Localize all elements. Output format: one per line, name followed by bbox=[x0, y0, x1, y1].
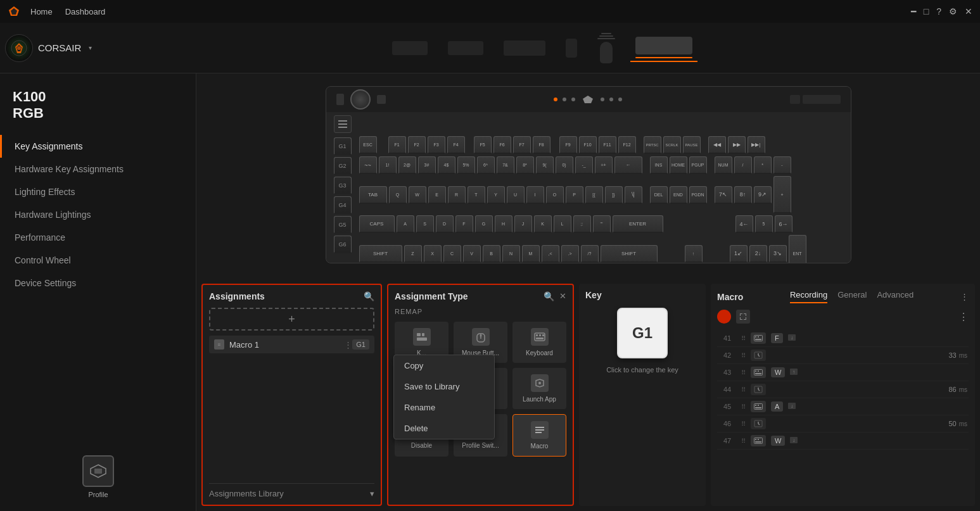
key-1[interactable]: 1! bbox=[379, 156, 397, 174]
g-key-2[interactable]: G2 bbox=[334, 157, 352, 175]
key-num6[interactable]: 6→ bbox=[775, 215, 792, 233]
device-tab-2[interactable] bbox=[443, 39, 488, 58]
key-2[interactable]: 2@ bbox=[398, 156, 416, 174]
key-7[interactable]: 7& bbox=[497, 156, 514, 174]
key-minus[interactable]: -_ bbox=[575, 156, 593, 174]
key-change-label[interactable]: Click to change the key bbox=[606, 366, 678, 374]
event-drag-44[interactable]: ⠿ bbox=[741, 386, 746, 393]
record-button[interactable] bbox=[717, 310, 731, 324]
key-num8[interactable]: 8↑ bbox=[734, 186, 752, 204]
event-drag-47[interactable]: ⠿ bbox=[741, 438, 746, 445]
key-w[interactable]: W bbox=[409, 186, 426, 204]
key-period[interactable]: .> bbox=[561, 245, 579, 263]
sidebar-item-device-settings[interactable]: Device Settings bbox=[0, 272, 196, 294]
help-icon[interactable]: ? bbox=[936, 6, 941, 16]
key-c[interactable]: C bbox=[443, 245, 461, 263]
key-backspace[interactable]: ← bbox=[614, 156, 642, 174]
key-f9[interactable]: F9 bbox=[559, 136, 577, 154]
macro-tab-more[interactable]: ⋮ bbox=[960, 292, 969, 301]
macro-more-icon[interactable]: ⋮ bbox=[958, 311, 969, 323]
maximize-button[interactable]: □ bbox=[924, 6, 929, 16]
key-lshift[interactable]: SHIFT bbox=[359, 245, 402, 263]
key-num3[interactable]: 3↘ bbox=[769, 245, 787, 263]
key-n[interactable]: N bbox=[502, 245, 520, 263]
key-a[interactable]: A bbox=[397, 215, 414, 233]
key-equals[interactable]: =+ bbox=[595, 156, 613, 174]
g-key-4[interactable]: G4 bbox=[334, 196, 352, 214]
g-key-5[interactable]: G5 bbox=[334, 216, 352, 234]
key-rshift[interactable]: SHIFT bbox=[601, 245, 658, 263]
key-nav3[interactable]: ▶▶| bbox=[748, 136, 765, 154]
key-r[interactable]: R bbox=[448, 186, 466, 204]
key-numdiv[interactable]: / bbox=[734, 156, 752, 174]
g-key-3[interactable]: G3 bbox=[334, 177, 352, 194]
key-5[interactable]: 5% bbox=[457, 156, 475, 174]
key-f7[interactable]: F7 bbox=[513, 136, 531, 154]
sidebar-item-control-wheel[interactable]: Control Wheel bbox=[0, 249, 196, 272]
device-tab-6-keyboard[interactable] bbox=[630, 34, 697, 62]
key-f3[interactable]: F3 bbox=[428, 136, 445, 154]
key-pgup[interactable]: PGUP bbox=[689, 156, 707, 174]
key-0[interactable]: 0) bbox=[556, 156, 573, 174]
key-tab[interactable]: TAB bbox=[359, 186, 387, 204]
key-nummul[interactable]: * bbox=[754, 156, 772, 174]
key-semicolon[interactable]: ;: bbox=[573, 215, 591, 233]
key-t[interactable]: T bbox=[468, 186, 485, 204]
event-drag-42[interactable]: ⠿ bbox=[741, 352, 746, 359]
key-6[interactable]: 6^ bbox=[477, 156, 495, 174]
settings-icon[interactable]: ⚙ bbox=[949, 6, 957, 16]
type-keyboard[interactable]: Keyboard bbox=[512, 322, 566, 363]
assignment-item-macro1[interactable]: ≡ Macro 1 ⋮ G1 bbox=[209, 336, 374, 353]
key-comma[interactable]: ,< bbox=[542, 245, 559, 263]
key-slash[interactable]: /? bbox=[581, 245, 599, 263]
key-end[interactable]: END bbox=[670, 186, 687, 204]
key-q[interactable]: Q bbox=[389, 186, 407, 204]
key-f8[interactable]: F8 bbox=[533, 136, 550, 154]
key-u[interactable]: U bbox=[507, 186, 525, 204]
g-key-6[interactable]: G6 bbox=[334, 236, 352, 253]
type-launch-app[interactable]: Launch App bbox=[512, 368, 566, 409]
key-num5[interactable]: 5 bbox=[755, 215, 773, 233]
assignments-library[interactable]: Assignments Library ▾ bbox=[209, 483, 374, 498]
key-x[interactable]: X bbox=[424, 245, 442, 263]
key-num9[interactable]: 9↗ bbox=[754, 186, 772, 204]
g-key-1[interactable]: G1 bbox=[334, 137, 352, 155]
key-numenter[interactable]: ENT bbox=[789, 235, 806, 263]
assignment-type-search[interactable]: 🔍 bbox=[544, 291, 554, 301]
device-tab-3[interactable] bbox=[499, 38, 550, 58]
key-l[interactable]: L bbox=[554, 215, 571, 233]
sidebar-item-hardware-key-assignments[interactable]: Hardware Key Assignments bbox=[0, 158, 196, 180]
sidebar-item-lighting-effects[interactable]: Lighting Effects bbox=[0, 180, 196, 203]
key-up[interactable]: ↑ bbox=[685, 245, 703, 263]
key-scrlk[interactable]: SCRLK bbox=[663, 136, 681, 154]
assignment-type-close[interactable]: ✕ bbox=[559, 291, 566, 301]
key-g[interactable]: G bbox=[475, 215, 493, 233]
profile-item[interactable]: Profile bbox=[13, 455, 184, 498]
macro-tab-advanced[interactable]: Advanced bbox=[877, 290, 913, 303]
key-4[interactable]: 4$ bbox=[438, 156, 455, 174]
brand-dropdown[interactable]: ▾ bbox=[89, 44, 92, 51]
brand-logo[interactable] bbox=[5, 34, 33, 62]
context-menu-copy[interactable]: Copy bbox=[394, 355, 494, 376]
key-del[interactable]: DEL bbox=[650, 186, 668, 204]
key-ins[interactable]: INS bbox=[650, 156, 668, 174]
expand-button[interactable] bbox=[736, 310, 750, 324]
key-f1[interactable]: F1 bbox=[388, 136, 406, 154]
event-drag-41[interactable]: ⠿ bbox=[741, 335, 746, 342]
key-f12[interactable]: F12 bbox=[618, 136, 636, 154]
key-f[interactable]: F bbox=[455, 215, 473, 233]
context-menu-save-to-library[interactable]: Save to Library bbox=[394, 376, 494, 397]
key-home[interactable]: HOME bbox=[670, 156, 687, 174]
sidebar-item-hardware-lightings[interactable]: Hardware Lightings bbox=[0, 203, 196, 226]
key-quote[interactable]: '" bbox=[593, 215, 611, 233]
keyboard-dial[interactable] bbox=[350, 89, 371, 110]
key-p[interactable]: P bbox=[566, 186, 583, 204]
key-f11[interactable]: F11 bbox=[599, 136, 616, 154]
nav-home[interactable]: Home bbox=[30, 7, 53, 16]
key-z[interactable]: Z bbox=[404, 245, 422, 263]
key-caps[interactable]: CAPS bbox=[359, 215, 395, 233]
macro-tab-general[interactable]: General bbox=[837, 290, 867, 303]
event-drag-45[interactable]: ⠿ bbox=[741, 403, 746, 410]
macro-tab-recording[interactable]: Recording bbox=[790, 290, 827, 303]
key-o[interactable]: O bbox=[546, 186, 564, 204]
